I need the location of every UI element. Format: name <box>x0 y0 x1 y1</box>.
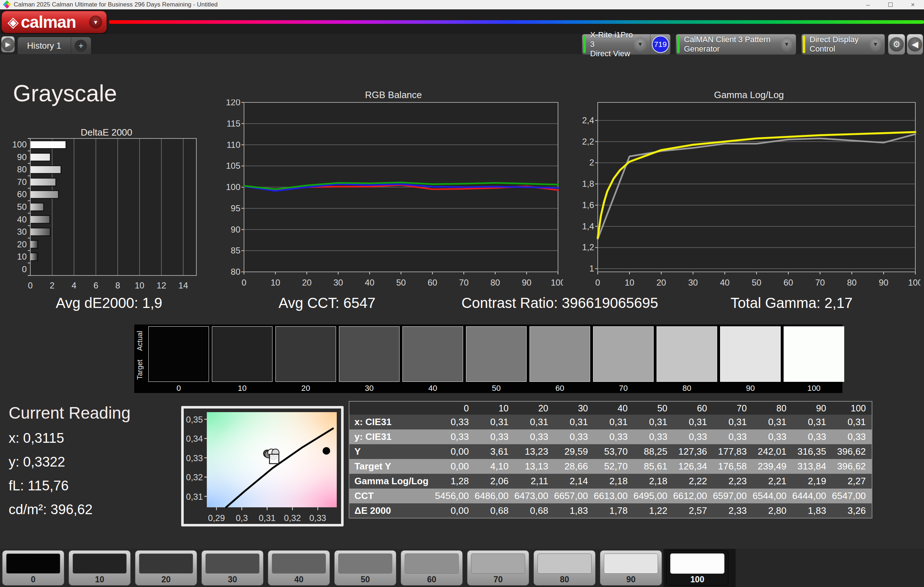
table-cell: 0,68 <box>475 503 514 518</box>
pattern-level-button-90[interactable]: 90 <box>600 550 662 585</box>
pattern-level-button-30[interactable]: 30 <box>201 550 264 585</box>
table-cell: 2,23 <box>713 474 752 488</box>
pattern-level-button-80[interactable]: 80 <box>533 550 596 585</box>
pattern-generator-dropdown[interactable]: CalMAN Client 3 Pattern Generator ▼ <box>676 34 796 55</box>
svg-text:0,32: 0,32 <box>284 513 301 523</box>
table-cell: 0,33 <box>514 429 554 444</box>
table-cell: 0,31 <box>594 414 634 429</box>
table-row: Y0,003,6113,2329,5953,7088,25127,36177,8… <box>349 444 872 459</box>
table-cell: 2,14 <box>554 474 594 488</box>
settings-button[interactable]: ⚙ <box>888 34 905 55</box>
pattern-level-button-40[interactable]: 40 <box>268 550 330 585</box>
pattern-level-button-20[interactable]: 20 <box>135 550 197 585</box>
svg-text:70: 70 <box>815 278 825 288</box>
rgb-balance-chart-title: RGB Balance <box>224 89 563 100</box>
chevron-down-icon: ▼ <box>634 37 647 51</box>
svg-text:80: 80 <box>231 267 240 276</box>
svg-text:70: 70 <box>17 177 27 187</box>
display-control-dropdown[interactable]: Direct Display Control ▼ <box>801 34 885 55</box>
table-cell: 0,33 <box>752 429 792 444</box>
pattern-level-swatch <box>538 554 592 574</box>
table-cell: 6597,00 <box>713 488 752 503</box>
svg-text:2,2: 2,2 <box>582 136 594 146</box>
table-cell: 2,22 <box>673 474 713 488</box>
svg-text:0,31: 0,31 <box>186 492 203 501</box>
svg-text:50: 50 <box>17 202 27 212</box>
meter-mode: Direct View <box>590 49 634 58</box>
svg-text:0,34: 0,34 <box>186 434 203 444</box>
grayscale-swatch-10 <box>212 327 272 381</box>
pattern-level-button-0[interactable]: 0 <box>2 550 64 585</box>
table-cell: 0,00 <box>435 459 475 474</box>
svg-text:90: 90 <box>17 152 27 162</box>
grayscale-swatch-70 <box>593 327 653 381</box>
svg-text:50: 50 <box>752 278 762 288</box>
svg-text:85: 85 <box>231 245 240 255</box>
table-cell: 0,68 <box>514 503 554 518</box>
table-cell: 396,62 <box>832 444 872 459</box>
svg-text:100: 100 <box>12 140 27 149</box>
table-cell: 6613,00 <box>594 488 634 503</box>
close-button[interactable]: × <box>902 0 924 9</box>
calman-logo-button[interactable]: ◈ calman ▼ <box>2 11 107 33</box>
table-cell: 6473,00 <box>514 488 554 503</box>
svg-text:100: 100 <box>908 278 921 288</box>
reading-cdm2: cd/m²: 396,62 <box>9 502 131 517</box>
meter-name: X-Rite i1Pro 3 <box>590 30 634 49</box>
table-cell: 176,58 <box>713 459 752 474</box>
pattern-level-button-60[interactable]: 60 <box>401 550 463 585</box>
expand-panel-button[interactable]: ▶ <box>1 36 15 53</box>
svg-text:0: 0 <box>28 281 33 290</box>
meter-dropdown[interactable]: X-Rite i1Pro 3 Direct View ▼ 719 <box>582 34 671 55</box>
pattern-level-label: 100 <box>667 575 728 584</box>
header: ◈ calman ▼ <box>0 9 924 34</box>
collapse-panel-button[interactable]: ◀ <box>907 34 923 55</box>
swatch-level-label: 90 <box>720 382 780 393</box>
svg-text:10: 10 <box>625 278 635 288</box>
meter-count-badge: 719 <box>652 36 669 53</box>
svg-text:40: 40 <box>17 215 27 224</box>
page-title: Grayscale <box>13 80 117 107</box>
add-tab-button[interactable]: + <box>71 37 91 54</box>
table-cell: 2,18 <box>594 474 634 488</box>
calman-diamond-icon: ◈ <box>8 15 19 29</box>
pattern-level-button-50[interactable]: 50 <box>334 550 396 585</box>
table-cell: 242,01 <box>752 444 792 459</box>
table-cell: 5456,00 <box>435 488 475 503</box>
table-cell: 396,62 <box>832 459 872 474</box>
minimize-button[interactable]: – <box>857 0 879 9</box>
table-cell: 177,83 <box>713 444 752 459</box>
svg-text:30: 30 <box>17 227 27 237</box>
pattern-level-button-70[interactable]: 70 <box>467 550 529 585</box>
logo-dropdown-icon[interactable]: ▼ <box>89 15 102 28</box>
pattern-level-swatch <box>604 554 658 574</box>
svg-text:10: 10 <box>271 278 280 288</box>
maximize-icon <box>888 3 893 7</box>
swatch-level-label: 50 <box>466 382 526 393</box>
table-cell: 0,33 <box>435 414 475 429</box>
svg-text:0,33: 0,33 <box>309 513 326 523</box>
pattern-level-swatch <box>272 554 326 574</box>
pattern-level-button-10[interactable]: 10 <box>69 550 131 585</box>
tab-history-1[interactable]: History 1 + <box>17 37 91 54</box>
table-cell: 6444,00 <box>792 488 832 503</box>
table-cell: 1,83 <box>554 503 594 518</box>
table-cell: 6495,00 <box>634 488 673 503</box>
table-cell: 2,21 <box>752 474 792 488</box>
svg-text:14: 14 <box>178 281 188 290</box>
svg-text:80: 80 <box>17 164 27 174</box>
grayscale-swatch-40 <box>403 327 463 381</box>
maximize-button[interactable] <box>879 0 902 9</box>
table-cell: 6547,00 <box>832 488 872 503</box>
svg-text:1,2: 1,2 <box>582 242 594 252</box>
meter-status-stripe <box>583 36 586 53</box>
stat-contrast-ratio: Contrast Ratio: 396619065695 <box>462 295 658 311</box>
pattern-level-button-100[interactable]: 100 <box>666 550 728 585</box>
table-cell: 6612,00 <box>673 488 713 503</box>
svg-text:6: 6 <box>94 281 98 290</box>
table-cell: 2,11 <box>514 474 554 488</box>
swatch-level-label: 20 <box>276 382 336 393</box>
pattern-level-label: 10 <box>69 575 130 584</box>
pattern-level-label: 50 <box>335 575 396 584</box>
table-cell: 3,26 <box>832 503 872 518</box>
